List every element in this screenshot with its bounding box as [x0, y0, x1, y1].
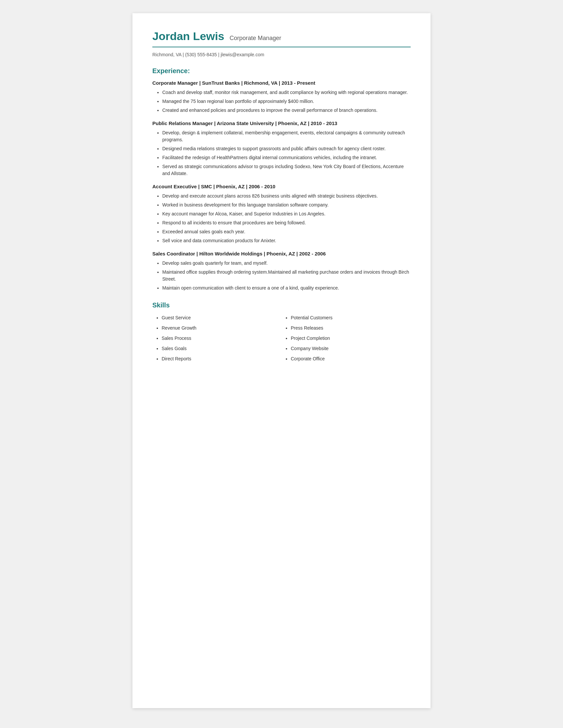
- skill-item: Company Website: [291, 345, 411, 352]
- resume-container: Jordan Lewis Corporate Manager Richmond,…: [132, 13, 431, 708]
- job-bullets-2: Develop, design & implement collateral, …: [152, 129, 411, 177]
- job-heading-1: Corporate Manager | SunTrust Banks | Ric…: [152, 80, 411, 86]
- skills-left-list: Guest Service Revenue Growth Sales Proce…: [152, 314, 282, 362]
- bullet-item: Develop sales goals quarterly for team, …: [162, 260, 411, 267]
- experience-section: Experience: Corporate Manager | SunTrust…: [152, 67, 411, 292]
- bullet-item: Key account manager for Alcoa, Kaiser, a…: [162, 210, 411, 217]
- job-entry-3: Account Executive | SMC | Phoenix, AZ | …: [152, 184, 411, 244]
- bullet-item: Sell voice and data communication produc…: [162, 237, 411, 244]
- skill-item: Sales Goals: [162, 345, 282, 352]
- bullet-item: Develop, design & implement collateral, …: [162, 129, 411, 143]
- bullet-item: Maintained office supplies through order…: [162, 269, 411, 283]
- job-title-header: Corporate Manager: [229, 35, 281, 42]
- skills-section: Skills Guest Service Revenue Growth Sale…: [152, 301, 411, 366]
- skill-item: Revenue Growth: [162, 325, 282, 332]
- skill-item: Potential Customers: [291, 314, 411, 321]
- contact-info: Richmond, VA | (530) 555-8435 | jlewis@e…: [152, 52, 411, 57]
- bullet-item: Worked in business development for this …: [162, 202, 411, 208]
- skill-item: Project Completion: [291, 335, 411, 342]
- header-section: Jordan Lewis Corporate Manager Richmond,…: [152, 30, 411, 57]
- job-bullets-1: Coach and develop staff, monitor risk ma…: [152, 89, 411, 114]
- name-title-row: Jordan Lewis Corporate Manager: [152, 30, 411, 43]
- skill-item: Sales Process: [162, 335, 282, 342]
- experience-section-title: Experience:: [152, 67, 411, 75]
- skills-columns: Guest Service Revenue Growth Sales Proce…: [152, 314, 411, 366]
- skills-right-list: Potential Customers Press Releases Proje…: [282, 314, 411, 362]
- full-name: Jordan Lewis: [152, 30, 224, 43]
- bullet-item: Respond to all incidents to ensure that …: [162, 219, 411, 226]
- job-bullets-4: Develop sales goals quarterly for team, …: [152, 260, 411, 292]
- skill-item: Guest Service: [162, 314, 282, 321]
- skill-item: Corporate Office: [291, 355, 411, 362]
- bullet-item: Coach and develop staff, monitor risk ma…: [162, 89, 411, 96]
- bullet-item: Develop and execute account plans across…: [162, 193, 411, 200]
- bullet-item: Exceeded annual sales goals each year.: [162, 228, 411, 235]
- skill-item: Press Releases: [291, 325, 411, 332]
- bullet-item: Facilitated the redesign of HealthPartne…: [162, 154, 411, 161]
- job-bullets-3: Develop and execute account plans across…: [152, 193, 411, 244]
- bullet-item: Designed media relations strategies to s…: [162, 145, 411, 152]
- bullet-item: Served as strategic communications advis…: [162, 163, 411, 177]
- job-heading-3: Account Executive | SMC | Phoenix, AZ | …: [152, 184, 411, 189]
- bullet-item: Created and enhanced policies and proced…: [162, 107, 411, 114]
- skill-item: Direct Reports: [162, 355, 282, 362]
- job-entry-4: Sales Coordinator | Hilton Worldwide Hol…: [152, 251, 411, 292]
- skills-left-column: Guest Service Revenue Growth Sales Proce…: [152, 314, 282, 366]
- job-heading-4: Sales Coordinator | Hilton Worldwide Hol…: [152, 251, 411, 256]
- job-entry-1: Corporate Manager | SunTrust Banks | Ric…: [152, 80, 411, 114]
- skills-section-title: Skills: [152, 301, 411, 309]
- job-heading-2: Public Relations Manager | Arizona State…: [152, 120, 411, 126]
- bullet-item: Managed the 75 loan regional loan portfo…: [162, 98, 411, 105]
- skills-right-column: Potential Customers Press Releases Proje…: [282, 314, 411, 366]
- job-entry-2: Public Relations Manager | Arizona State…: [152, 120, 411, 177]
- header-divider: [152, 47, 411, 47]
- bullet-item: Maintain open communication with client …: [162, 285, 411, 292]
